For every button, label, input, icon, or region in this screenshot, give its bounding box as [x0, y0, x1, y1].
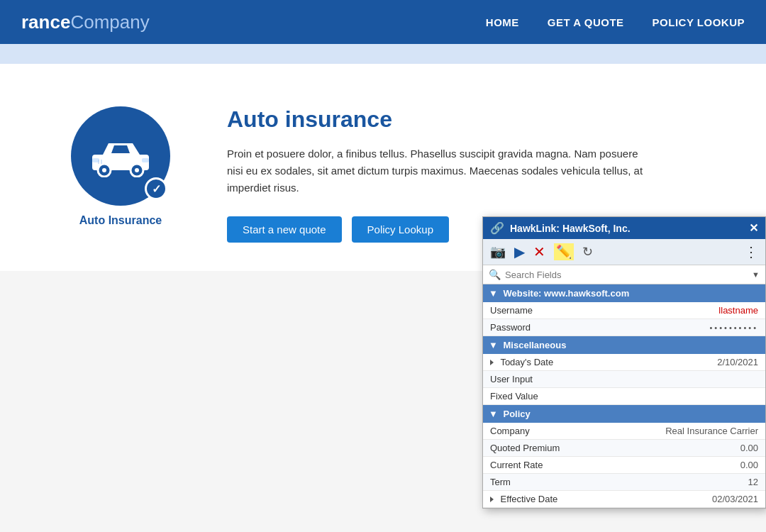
- misc-header: Miscellaneous: [504, 340, 567, 350]
- check-badge: ✓: [145, 177, 167, 200]
- company-value: Real Insurance Carrier: [607, 423, 765, 440]
- nav-home[interactable]: HOME: [486, 16, 519, 28]
- password-value: ••••••••••: [607, 319, 765, 336]
- more-options-icon[interactable]: ⋮: [744, 243, 758, 260]
- hero-description: Proin et posuere dolor, a finibus tellus…: [227, 145, 653, 196]
- section-down-arrow-misc: ▼: [489, 340, 498, 350]
- nav-policy-lookup[interactable]: POLICY LOOKUP: [653, 16, 745, 28]
- navbar: ranceCompany HOME GET A QUOTE POLICY LOO…: [0, 0, 766, 44]
- brand-bold: rance: [21, 11, 70, 33]
- nav-links: HOME GET A QUOTE POLICY LOOKUP: [486, 16, 745, 28]
- current-rate-value: 0.00: [607, 457, 765, 474]
- term-value: 12: [607, 474, 765, 491]
- username-row: Username llastname: [483, 302, 765, 319]
- effective-date-label: Effective Date: [483, 491, 607, 508]
- brand-logo: ranceCompany: [21, 11, 150, 33]
- cancel-icon[interactable]: ✕: [533, 243, 545, 260]
- effective-date-value: 02/03/2021: [607, 491, 765, 508]
- current-rate-row: Current Rate 0.00: [483, 457, 765, 474]
- password-row: Password ••••••••••: [483, 319, 765, 336]
- policy-section-header: ▼ Policy: [483, 405, 765, 423]
- svg-point-5: [135, 168, 139, 172]
- username-label: Username: [483, 302, 607, 319]
- camera-icon[interactable]: 📷: [490, 244, 506, 260]
- effective-date-arrow: [490, 497, 494, 502]
- todays-date-arrow: [490, 360, 494, 365]
- misc-section-header: ▼ Miscellaneous: [483, 336, 765, 355]
- term-row: Term 12: [483, 474, 765, 491]
- todays-date-label: Today's Date: [483, 354, 607, 371]
- close-button[interactable]: ✕: [749, 221, 758, 235]
- section-down-arrow-policy: ▼: [489, 409, 498, 419]
- company-label: Company: [483, 423, 607, 440]
- left-panel: ✓ Auto Insurance: [57, 106, 184, 243]
- company-row: Company Real Insurance Carrier: [483, 423, 765, 440]
- search-icon: 🔍: [489, 269, 501, 280]
- term-label: Term: [483, 474, 607, 491]
- nav-get-a-quote[interactable]: GET A QUOTE: [548, 16, 624, 28]
- user-input-label: User Input: [483, 371, 607, 388]
- fixed-value-row: Fixed Value: [483, 388, 765, 405]
- hawklink-titlebar: 🔗 HawkLink: HawkSoft, Inc. ✕: [483, 217, 765, 239]
- section-down-arrow-website: ▼: [489, 288, 498, 299]
- quoted-premium-row: Quoted Premium 0.00: [483, 440, 765, 457]
- user-input-value: [607, 371, 765, 388]
- todays-date-value: 2/10/2021: [607, 354, 765, 371]
- search-input[interactable]: [505, 270, 748, 280]
- current-rate-label: Current Rate: [483, 457, 607, 474]
- policy-lookup-button[interactable]: Policy Lookup: [352, 216, 449, 243]
- hero-strip: [0, 44, 766, 64]
- password-label: Password: [483, 319, 607, 336]
- fixed-value-label: Fixed Value: [483, 388, 607, 405]
- edit-icon[interactable]: ✏️: [554, 243, 574, 260]
- policy-header: Policy: [504, 409, 531, 419]
- username-value: llastname: [607, 302, 765, 319]
- svg-point-4: [102, 168, 106, 172]
- website-section-header: ▼ Website: www.hawksoft.com: [483, 284, 765, 302]
- start-quote-button[interactable]: Start a new quote: [227, 216, 342, 243]
- user-input-row: User Input: [483, 371, 765, 388]
- page-title: Auto insurance: [227, 106, 723, 133]
- brand-light: Company: [70, 11, 149, 33]
- hawklink-search: 🔍 ▼: [483, 265, 765, 284]
- car-icon-circle: ✓: [71, 106, 170, 206]
- website-header: Website: www.hawksoft.com: [504, 288, 630, 299]
- car-icon: [89, 135, 152, 177]
- hawklink-table: ▼ Website: www.hawksoft.com Username lla…: [483, 284, 765, 508]
- effective-date-row: Effective Date 02/03/2021: [483, 491, 765, 508]
- fixed-value-value: [607, 388, 765, 405]
- refresh-icon[interactable]: ↻: [582, 244, 593, 260]
- icon-label: Auto Insurance: [79, 214, 162, 227]
- search-dropdown-arrow[interactable]: ▼: [752, 270, 760, 279]
- quoted-premium-value: 0.00: [607, 440, 765, 457]
- quoted-premium-label: Quoted Premium: [483, 440, 607, 457]
- todays-date-row: Today's Date 2/10/2021: [483, 354, 765, 371]
- svg-rect-7: [142, 158, 149, 162]
- play-icon[interactable]: ▶: [514, 243, 525, 260]
- hawklink-panel: 🔗 HawkLink: HawkSoft, Inc. ✕ 📷 ▶ ✕ ✏️ ↻ …: [482, 216, 766, 509]
- hawklink-title: HawkLink: HawkSoft, Inc.: [510, 223, 631, 234]
- link-icon: 🔗: [490, 221, 504, 235]
- hawklink-toolbar: 📷 ▶ ✕ ✏️ ↻ ⋮: [483, 239, 765, 265]
